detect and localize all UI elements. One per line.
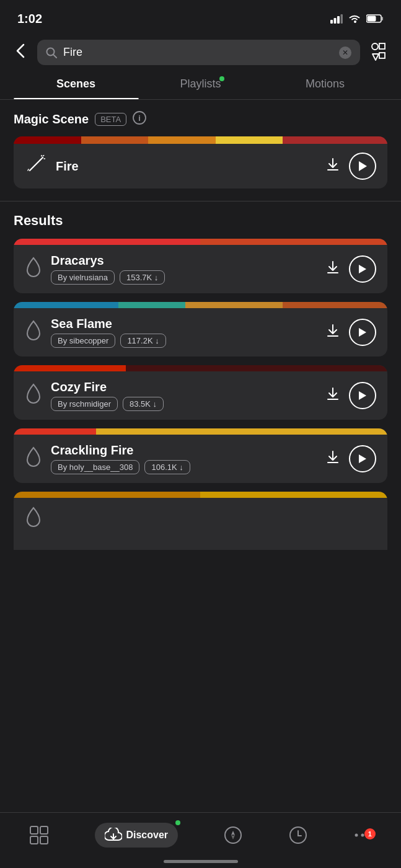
svg-rect-26 — [30, 836, 38, 844]
cozyfire-bar — [14, 365, 387, 371]
tab-playlists[interactable]: Playlists — [138, 71, 263, 99]
dracarys-downloads: 153.7K ↓ — [120, 270, 165, 285]
dracarys-play-button[interactable] — [349, 255, 376, 283]
svg-line-8 — [53, 55, 56, 58]
search-input[interactable] — [63, 46, 333, 59]
magic-scene-title: Magic Scene — [14, 112, 89, 126]
dracarys-download-button[interactable] — [325, 260, 340, 278]
battery-icon — [366, 14, 384, 23]
dracarys-meta: By vielrusiana 153.7K ↓ — [51, 270, 317, 285]
cozyfire-meta: By rschmidiger 83.5K ↓ — [51, 397, 317, 411]
clock-icon — [289, 826, 307, 844]
fire-magic-card: Fire — [14, 136, 387, 188]
nav-history[interactable] — [289, 826, 307, 844]
svg-rect-11 — [379, 53, 385, 58]
info-icon: i — [133, 111, 146, 128]
dracarys-drop-icon — [25, 257, 42, 281]
magic-scene-header: Magic Scene BETA i — [14, 111, 387, 128]
cracklingfire-drop-icon — [25, 446, 42, 471]
results-section: Results Dracarys By vielrusiana 153.7K ↓ — [0, 202, 401, 557]
fire-color-bar — [14, 136, 387, 144]
svg-point-34 — [361, 833, 364, 836]
fire-magic-name: Fire — [56, 159, 317, 174]
partial-drop-icon — [25, 507, 42, 531]
svg-rect-2 — [337, 16, 340, 24]
cozyfire-drop-icon — [25, 383, 42, 408]
clear-search-button[interactable]: ✕ — [339, 46, 351, 59]
results-title: Results — [14, 213, 387, 229]
discover-label: Discover — [126, 830, 168, 841]
seaflame-name: Sea Flame — [51, 317, 317, 331]
cracklingfire-play-button[interactable] — [349, 445, 376, 472]
dracarys-body: Dracarys By vielrusiana 153.7K ↓ — [14, 245, 387, 293]
seaflame-bar — [14, 302, 387, 308]
discover-dot — [175, 820, 180, 825]
back-button[interactable] — [11, 41, 30, 64]
nav-more[interactable]: 1 — [353, 832, 372, 838]
dracarys-name: Dracarys — [51, 254, 317, 268]
svg-point-9 — [372, 43, 378, 50]
svg-rect-24 — [30, 826, 38, 834]
tab-motions[interactable]: Motions — [263, 71, 387, 99]
cozyfire-download-button[interactable] — [325, 386, 340, 405]
signal-icon — [330, 14, 343, 24]
seaflame-download-button[interactable] — [325, 323, 340, 342]
cracklingfire-meta: By holy__base__308 106.1K ↓ — [51, 460, 317, 474]
magic-scene-section: Magic Scene BETA i Fire — [0, 100, 401, 202]
home-indicator — [164, 860, 238, 863]
nav-discover[interactable]: Discover — [95, 823, 178, 848]
svg-rect-5 — [382, 17, 384, 20]
nav-scenes[interactable] — [29, 825, 49, 845]
result-cozyfire: Cozy Fire By rschmidiger 83.5K ↓ — [14, 365, 387, 420]
status-time: 1:02 — [17, 12, 42, 26]
cozyfire-body: Cozy Fire By rschmidiger 83.5K ↓ — [14, 371, 387, 420]
svg-line-17 — [43, 155, 45, 156]
cracklingfire-author: By holy__base__308 — [51, 460, 139, 474]
svg-point-33 — [355, 833, 358, 836]
shapes-icon — [368, 40, 390, 65]
result-seaflame: Sea Flame By sibecopper 117.2K ↓ — [14, 302, 387, 356]
result-partial-card — [14, 492, 387, 550]
partial-card-body — [14, 498, 387, 550]
search-icon — [46, 47, 57, 58]
fire-magic-actions — [325, 153, 376, 180]
svg-rect-3 — [341, 14, 343, 24]
dracarys-author: By vielrusiana — [51, 270, 115, 285]
svg-rect-27 — [40, 836, 48, 844]
nav-explore[interactable] — [224, 826, 242, 844]
seaflame-meta: By sibecopper 117.2K ↓ — [51, 334, 317, 348]
playlists-dot — [219, 76, 224, 81]
tab-scenes[interactable]: Scenes — [14, 71, 138, 99]
fire-play-button[interactable] — [349, 153, 376, 180]
compass-icon — [224, 826, 242, 844]
result-dracarys: Dracarys By vielrusiana 153.7K ↓ — [14, 239, 387, 293]
cozyfire-name: Cozy Fire — [51, 380, 317, 394]
cozyfire-play-button[interactable] — [349, 382, 376, 409]
seaflame-drop-icon — [25, 320, 42, 345]
more-badge: 1 — [364, 828, 376, 839]
cracklingfire-downloads: 106.1K ↓ — [144, 460, 190, 474]
search-input-wrapper: ✕ — [37, 40, 360, 65]
seaflame-author: By sibecopper — [51, 334, 115, 348]
cracklingfire-download-button[interactable] — [325, 450, 340, 468]
cloud-icon — [105, 828, 122, 843]
fire-card-body: Fire — [14, 144, 387, 188]
tabs-row: Scenes Playlists Motions — [0, 71, 401, 100]
svg-line-18 — [28, 169, 29, 170]
fire-download-button[interactable] — [325, 157, 340, 175]
svg-rect-6 — [368, 16, 376, 22]
svg-line-14 — [30, 160, 40, 170]
svg-text:i: i — [138, 113, 141, 123]
svg-rect-25 — [40, 826, 48, 834]
result-cracklingfire: Crackling Fire By holy__base__308 106.1K… — [14, 428, 387, 483]
cozyfire-downloads: 83.5K ↓ — [123, 397, 164, 411]
status-icons — [330, 14, 384, 24]
beta-badge: BETA — [95, 113, 126, 126]
cozyfire-author: By rschmidiger — [51, 397, 118, 411]
seaflame-play-button[interactable] — [349, 319, 376, 346]
cracklingfire-body: Crackling Fire By holy__base__308 106.1K… — [14, 435, 387, 483]
wand-icon — [25, 155, 47, 177]
svg-rect-1 — [334, 18, 337, 24]
status-bar: 1:02 — [0, 0, 401, 33]
svg-point-29 — [225, 827, 241, 843]
